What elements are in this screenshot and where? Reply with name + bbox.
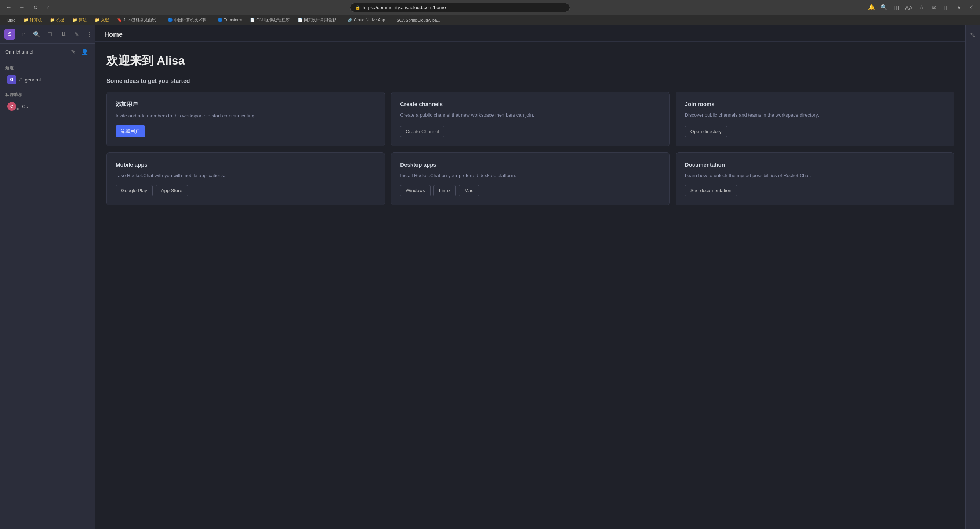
card-add-user-desc: Invite and add members to this workspace… xyxy=(116,112,376,119)
card-mobile-apps-actions: Google Play App Store xyxy=(116,185,376,196)
welcome-title: 欢迎来到 Alisa xyxy=(107,53,954,69)
tab-china-it[interactable]: 🔵 中国计算机技术职... xyxy=(164,16,213,25)
search-icon-btn[interactable]: 🔍 xyxy=(32,29,42,39)
general-avatar: G xyxy=(7,75,16,84)
main-content: Home 欢迎来到 Alisa Some ideas to get you st… xyxy=(95,25,965,529)
cc-avatar: C xyxy=(7,102,16,111)
create-channel-button[interactable]: Create Channel xyxy=(400,126,444,137)
browser-toolbar: ← → ↻ ⌂ 🔒 https://community.alisacloud.c… xyxy=(0,0,980,15)
sidebar-item-cc[interactable]: C Cc xyxy=(2,99,93,113)
card-mobile-apps-desc: Take Rocket.Chat with you with mobile ap… xyxy=(116,172,376,180)
tab-computer[interactable]: 📁计算机 xyxy=(20,16,46,25)
card-create-channels-actions: Create Channel xyxy=(400,126,660,137)
reload-button[interactable]: ↻ xyxy=(30,2,40,13)
card-join-rooms: Join rooms Discover public channels and … xyxy=(676,92,954,146)
extensions-button[interactable]: ⚖ xyxy=(929,2,939,13)
tab-literature[interactable]: 📁文献 xyxy=(91,16,113,25)
tab-java[interactable]: 🔖 Java基础常见面试... xyxy=(113,16,163,25)
card-mobile-apps-title: Mobile apps xyxy=(116,161,376,168)
sidebar-header-icons: ⌂ 🔍 □ ⇅ ✎ ⋮ xyxy=(18,29,95,39)
compose-icon-btn[interactable]: ✎ xyxy=(71,29,81,39)
card-documentation: Documentation Learn how to unlock the my… xyxy=(676,152,954,206)
lock-icon: 🔒 xyxy=(355,5,360,10)
channels-section-label: 频道 xyxy=(0,60,95,72)
search-button[interactable]: 🔍 xyxy=(879,2,889,13)
tab-blog[interactable]: Blog xyxy=(4,16,19,24)
card-desktop-apps-actions: Windows Linux Mac xyxy=(400,185,660,196)
dm-section-label: 私聊消息 xyxy=(0,87,95,99)
card-create-channels-desc: Create a public channel that new workspa… xyxy=(400,111,660,120)
card-documentation-actions: See documentation xyxy=(685,185,945,196)
omnichannel-actions: ✎ 👤 xyxy=(68,47,90,57)
user-avatar[interactable]: S xyxy=(5,29,16,40)
mac-button[interactable]: Mac xyxy=(459,185,479,196)
app-store-button[interactable]: App Store xyxy=(156,185,188,196)
dm-name-cc: Cc xyxy=(22,104,28,109)
card-desktop-apps: Desktop apps Install Rocket.Chat on your… xyxy=(391,152,670,206)
address-bar[interactable]: 🔒 https://community.alisacloud.com/home xyxy=(350,3,570,12)
expand-icon-btn[interactable]: □ xyxy=(45,29,55,39)
collections-button[interactable]: ☇ xyxy=(966,2,976,13)
home-button[interactable]: ⌂ xyxy=(43,2,54,13)
ideas-section-title: Some ideas to get you started xyxy=(107,78,954,84)
browser-actions: 🔔 🔍 ◫ AA ☆ ⚖ ◫ ★ ☇ xyxy=(866,2,976,13)
more-icon-btn[interactable]: ⋮ xyxy=(84,29,95,39)
edit-button[interactable]: ✎ xyxy=(966,29,980,42)
channel-name-general: general xyxy=(25,77,41,83)
omnichannel-edit-btn[interactable]: ✎ xyxy=(68,47,78,57)
card-mobile-apps: Mobile apps Take Rocket.Chat with you wi… xyxy=(107,152,385,206)
card-join-rooms-title: Join rooms xyxy=(685,101,945,107)
right-sidebar: ✎ xyxy=(965,25,980,529)
cards-grid-bottom: Mobile apps Take Rocket.Chat with you wi… xyxy=(107,152,954,206)
card-add-user-title: 添加用户 xyxy=(116,101,376,108)
omnichannel-label: Omnichannel xyxy=(5,49,33,55)
tab-springcloud[interactable]: SCA SpringCloudAliba... xyxy=(393,16,444,24)
font-button[interactable]: AA xyxy=(904,2,914,13)
sidebar: S ⌂ 🔍 □ ⇅ ✎ ⋮ Omnichannel ✎ 👤 频道 G # gen… xyxy=(0,25,95,529)
favorites-button[interactable]: ★ xyxy=(954,2,964,13)
windows-button[interactable]: Windows xyxy=(400,185,431,196)
omnichannel-add-btn[interactable]: 👤 xyxy=(80,47,90,57)
home-icon-btn[interactable]: ⌂ xyxy=(18,29,29,39)
cards-grid-top: 添加用户 Invite and add members to this work… xyxy=(107,92,954,146)
browser-chrome: ← → ↻ ⌂ 🔒 https://community.alisacloud.c… xyxy=(0,0,980,25)
card-add-user: 添加用户 Invite and add members to this work… xyxy=(107,92,385,146)
see-documentation-button[interactable]: See documentation xyxy=(685,185,737,196)
card-documentation-desc: Learn how to unlock the myriad possibili… xyxy=(685,172,945,180)
home-content: 欢迎来到 Alisa Some ideas to get you started… xyxy=(95,42,965,529)
tab-webdesign[interactable]: 📄 网页设计常用色彩... xyxy=(294,16,343,25)
card-documentation-title: Documentation xyxy=(685,161,945,168)
card-join-rooms-desc: Discover public channels and teams in th… xyxy=(685,111,945,120)
card-join-rooms-actions: Open directory xyxy=(685,126,945,137)
card-add-user-actions: 添加用户 xyxy=(116,125,376,137)
tab-algorithm[interactable]: 📁算法 xyxy=(68,16,90,25)
card-desktop-apps-desc: Install Rocket.Chat on your preferred de… xyxy=(400,172,660,180)
tab-cloudnative[interactable]: 🔗 Cloud Native App... xyxy=(344,16,392,24)
url-text: https://community.alisacloud.com/home xyxy=(363,5,446,10)
linux-button[interactable]: Linux xyxy=(433,185,456,196)
cc-status xyxy=(16,108,19,110)
app-container: S ⌂ 🔍 □ ⇅ ✎ ⋮ Omnichannel ✎ 👤 频道 G # gen… xyxy=(0,25,980,529)
google-play-button[interactable]: Google Play xyxy=(116,185,153,196)
hash-icon: # xyxy=(19,77,22,83)
omnichannel-bar: Omnichannel ✎ 👤 xyxy=(0,44,95,60)
sidebar-item-general[interactable]: G # general xyxy=(2,73,93,87)
tab-gnu[interactable]: 📄 GNU图像处理程序 xyxy=(246,16,293,25)
sidebar-button[interactable]: ◫ xyxy=(941,2,951,13)
forward-button[interactable]: → xyxy=(17,2,27,13)
page-title: Home xyxy=(104,31,956,38)
card-desktop-apps-title: Desktop apps xyxy=(400,161,660,168)
tab-mechanical[interactable]: 📁机械 xyxy=(46,16,68,25)
browser-tabs: Blog 📁计算机 📁机械 📁算法 📁文献 🔖 Java基础常见面试... 🔵 … xyxy=(0,15,980,25)
card-create-channels-title: Create channels xyxy=(400,101,660,107)
tab-transform[interactable]: 🔵 Transform xyxy=(214,16,246,24)
back-button[interactable]: ← xyxy=(4,2,14,13)
sort-icon-btn[interactable]: ⇅ xyxy=(58,29,68,39)
main-header: Home xyxy=(95,25,965,42)
add-user-button[interactable]: 添加用户 xyxy=(116,125,145,137)
card-create-channels: Create channels Create a public channel … xyxy=(391,92,670,146)
notifications-button[interactable]: 🔔 xyxy=(866,2,877,13)
open-directory-button[interactable]: Open directory xyxy=(685,126,727,137)
star-button[interactable]: ☆ xyxy=(916,2,926,13)
split-view-button[interactable]: ◫ xyxy=(891,2,902,13)
